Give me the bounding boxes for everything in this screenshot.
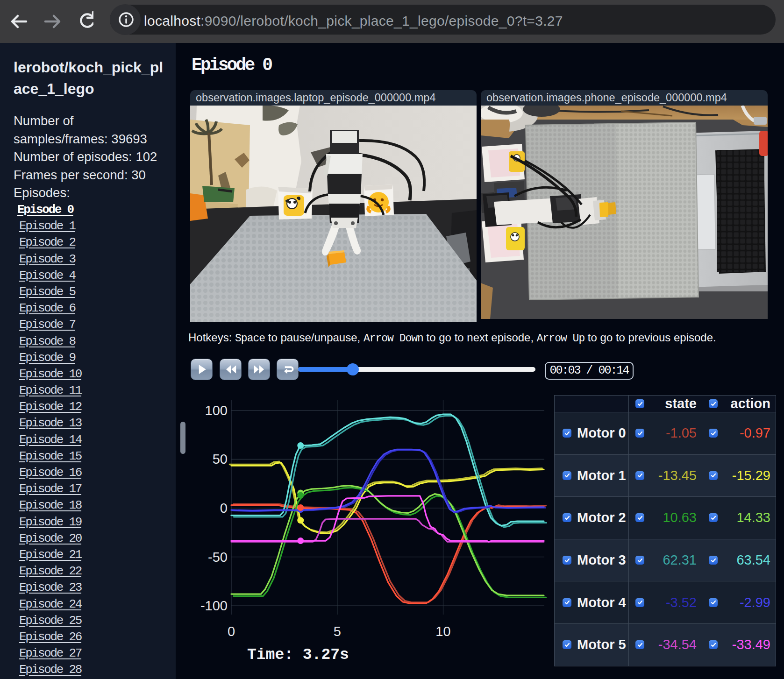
svg-text:-50: -50 [208, 550, 228, 565]
svg-text:-100: -100 [200, 598, 228, 613]
svg-text:Time: 3.27s: Time: 3.27s [247, 646, 349, 664]
svg-text:100: 100 [205, 403, 228, 418]
svg-text:0: 0 [220, 501, 228, 516]
svg-text:10: 10 [435, 624, 450, 639]
svg-text:50: 50 [213, 452, 228, 467]
svg-text:0: 0 [228, 624, 235, 639]
svg-text:5: 5 [334, 624, 341, 639]
